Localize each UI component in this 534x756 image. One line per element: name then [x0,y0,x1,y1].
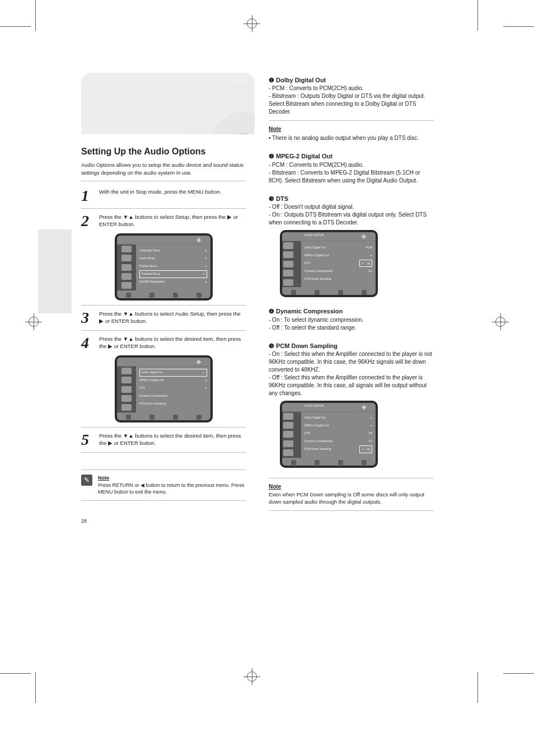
osd-value: Off [368,431,372,435]
item-pcm-down-sampling: ❺ PCM Down Sampling - On : Select this w… [269,342,434,468]
section-intro: Audio Options allows you to setup the au… [81,161,246,176]
divider [81,181,246,181]
item-mpeg: ❷ MPEG-2 Digital Out - PCM : Converts to… [269,152,434,184]
option-text: - Bitstream : Outputs Dolby Digital or D… [269,92,434,116]
osd-item: DTS [139,386,145,390]
step-text: press the MENU button. [165,189,221,195]
option-text: - Off : To select the standard range. [269,324,434,332]
osd-item: Audio Setup [139,256,154,260]
right-arrow-icon: ▶ [99,318,104,324]
down-up-arrow-icon: ▼▲ [123,311,134,317]
osd-item: Language Setup [139,248,160,252]
step-text: buttons to select Audio Setup, then pres… [135,311,241,317]
print-content: Setting Up the Audio Options Audio Optio… [81,73,434,524]
step-text: or ENTER button. [114,440,156,446]
registration-mark [492,313,509,330]
osd-item: MPEG-2 Digital Out [305,253,329,257]
step-4: 4 Press the ▼▲ buttons to select the des… [81,335,246,351]
step-text: or ENTER button. [105,318,147,324]
step-number: 5 [81,432,93,448]
osd-item: DivX(R) Registration [139,280,165,284]
divider [269,510,434,511]
divider [81,208,246,209]
step-number: 3 [81,310,93,326]
osd-item: Dolby Digital Out [142,370,163,374]
step-text: buttons to select Setup, then press the [135,214,227,220]
divider [81,469,246,470]
step-1: 1 With the unit in Stop mode, press the … [81,188,246,204]
registration-mark [243,15,260,32]
crop-mark [0,673,31,674]
note-text: Even when PCM Down sampling is Off some … [269,491,434,506]
item-heading: ❶ Dolby Digital Out [269,76,434,84]
crop-mark [477,672,478,703]
registration-mark [25,313,42,330]
step-number: 4 [81,335,93,351]
note-block: ✎ Note Press RETURN or ◀ button to retur… [81,475,246,496]
crop-mark [503,673,534,674]
osd-item: Dolby Digital Out [305,416,326,420]
option-text: - Bitstream : Converts to MPEG-2 Digital… [269,169,434,185]
osd-item: Dynamic Compression [305,439,332,443]
osd-item: Dynamic Compression [139,394,167,398]
step-text: Press the [99,311,123,317]
item-heading: ❷ MPEG-2 Digital Out [269,152,434,161]
osd-screenshot-pcm-down: AUDIO SETUP Dolby Digital Out▸ [280,401,378,468]
item-dynamic-compression: ❹ Dynamic Compression - On : To select d… [269,307,434,331]
crop-mark [503,26,534,27]
step-text: With the unit in Stop mode, [99,189,163,195]
item-dolby: ❶ Dolby Digital Out - PCM : Converts to … [269,76,434,142]
note-label: Note [269,483,434,491]
section-title: Setting Up the Audio Options [81,145,246,158]
option-text: - On : Outputs DTS Bitstream via digital… [269,211,434,227]
step-text: Press the [99,433,123,439]
osd-screenshot-setup-menu: Language Setup▸ Audio Setup▸ Display Set… [115,233,213,300]
right-arrow-icon: ▶ [227,214,232,220]
page-number: 28 [81,518,246,525]
step-2: 2 Press the ▼▲ buttons to select Setup, … [81,213,246,229]
osd-item: Dynamic Compression [305,269,332,273]
note-label: Note [98,475,246,482]
option-text: - On : Select this when the Amplifier co… [269,350,434,374]
osd-screenshot-dts: AUDIO SETUP Dolby Digital OutPCM [280,230,378,297]
osd-item: Dolby Digital Out [305,246,326,250]
item-heading: ❺ PCM Down Sampling [269,342,434,350]
osd-item: MPEG-2 Digital Out [305,424,329,428]
divider [81,452,246,453]
osd-item: MPEG-2 Digital Out [139,378,164,382]
note-label: Note [269,125,434,133]
chapter-tab [38,229,72,313]
step-3: 3 Press the ▼▲ buttons to select Audio S… [81,310,246,326]
check-icon: ✓ [362,261,366,266]
crop-mark [35,0,36,31]
osd-item: PCM Down Sampling [305,447,331,451]
step-number: 2 [81,213,93,229]
down-up-arrow-icon: ▼▲ [123,336,134,342]
pencil-icon: ✎ [81,475,92,486]
crop-mark [477,0,478,31]
divider [269,120,434,121]
osd-item: PCM Down Sampling [139,402,166,406]
osd-sub-option: Off [366,262,370,265]
disc-illustration [182,84,255,134]
down-up-arrow-icon: ▼▲ [123,214,134,220]
right-arrow-icon: ▶ [108,440,113,446]
divider [81,330,246,331]
osd-item: Display Setup [139,264,157,268]
option-text: - Off : Select this when the Amplifier c… [269,374,434,397]
osd-item: PCM Down Sampling [305,277,331,281]
item-heading: ❸ DTS [269,195,434,203]
item-dts: ❸ DTS - Off : Doesn't output digital sig… [269,195,434,297]
divider [269,478,434,478]
option-text: - Off : Doesn't output digital signal. [269,203,434,211]
check-icon: ✓ [362,447,366,452]
step-number: 1 [81,188,93,204]
divider [81,500,246,501]
right-column: ❶ Dolby Digital Out - PCM : Converts to … [269,73,434,524]
disc-banner [81,73,255,134]
left-arrow-icon: ◀ [140,482,144,488]
option-text: - On : To select dynamic compression. [269,316,434,324]
step-text: Press the [99,336,123,342]
step-5: 5 Press the ▼▲ buttons to select the des… [81,432,246,448]
option-text: - PCM : Converts to PCM(2CH) audio. [269,161,434,169]
